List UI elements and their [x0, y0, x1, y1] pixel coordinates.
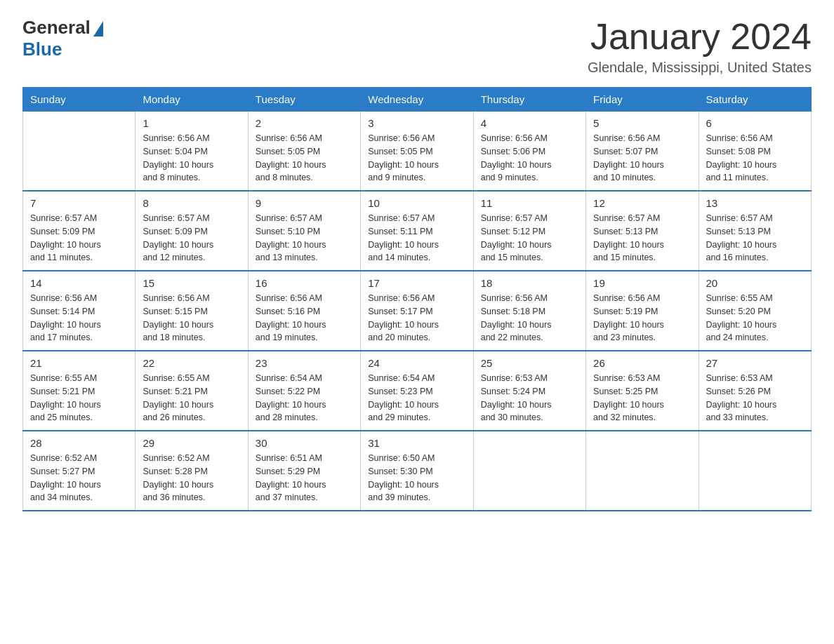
calendar-cell: 1Sunrise: 6:56 AM Sunset: 5:04 PM Daylig… — [135, 112, 248, 192]
logo: General Blue — [22, 17, 103, 60]
day-number: 21 — [30, 357, 128, 369]
calendar-cell: 10Sunrise: 6:57 AM Sunset: 5:11 PM Dayli… — [361, 191, 473, 271]
column-header-thursday: Thursday — [473, 88, 585, 112]
logo-blue-text: Blue — [22, 39, 62, 60]
calendar-cell: 29Sunrise: 6:52 AM Sunset: 5:28 PM Dayli… — [135, 431, 248, 511]
day-number: 10 — [368, 197, 465, 209]
calendar-cell: 21Sunrise: 6:55 AM Sunset: 5:21 PM Dayli… — [23, 351, 135, 431]
calendar-cell: 7Sunrise: 6:57 AM Sunset: 5:09 PM Daylig… — [23, 191, 135, 271]
day-number: 30 — [256, 437, 353, 449]
day-number: 22 — [143, 357, 240, 369]
column-header-sunday: Sunday — [23, 88, 135, 112]
calendar-cell: 15Sunrise: 6:56 AM Sunset: 5:15 PM Dayli… — [135, 271, 248, 351]
day-info: Sunrise: 6:57 AM Sunset: 5:09 PM Dayligh… — [143, 212, 240, 264]
day-info: Sunrise: 6:56 AM Sunset: 5:16 PM Dayligh… — [256, 292, 353, 344]
calendar-cell — [699, 431, 811, 511]
calendar-cell: 19Sunrise: 6:56 AM Sunset: 5:19 PM Dayli… — [586, 271, 699, 351]
day-number: 5 — [593, 117, 691, 129]
day-number: 7 — [30, 197, 128, 209]
calendar-cell: 25Sunrise: 6:53 AM Sunset: 5:24 PM Dayli… — [473, 351, 585, 431]
day-number: 17 — [368, 277, 465, 289]
calendar-week-row: 28Sunrise: 6:52 AM Sunset: 5:27 PM Dayli… — [23, 431, 812, 511]
calendar-cell — [23, 112, 135, 192]
day-number: 19 — [593, 277, 691, 289]
title-block: January 2024 Glendale, Mississippi, Unit… — [588, 17, 812, 76]
calendar-cell: 14Sunrise: 6:56 AM Sunset: 5:14 PM Dayli… — [23, 271, 135, 351]
logo-general-text: General — [22, 17, 91, 39]
day-number: 2 — [256, 117, 353, 129]
logo-triangle-icon — [93, 21, 103, 36]
day-number: 6 — [706, 117, 804, 129]
calendar-cell: 3Sunrise: 6:56 AM Sunset: 5:05 PM Daylig… — [361, 112, 473, 192]
day-number: 18 — [481, 277, 578, 289]
calendar-cell — [473, 431, 585, 511]
day-number: 8 — [143, 197, 240, 209]
day-info: Sunrise: 6:55 AM Sunset: 5:20 PM Dayligh… — [706, 292, 804, 344]
calendar-cell: 24Sunrise: 6:54 AM Sunset: 5:23 PM Dayli… — [361, 351, 473, 431]
day-info: Sunrise: 6:53 AM Sunset: 5:24 PM Dayligh… — [481, 372, 578, 424]
day-info: Sunrise: 6:56 AM Sunset: 5:18 PM Dayligh… — [481, 292, 578, 344]
calendar-cell: 26Sunrise: 6:53 AM Sunset: 5:25 PM Dayli… — [586, 351, 699, 431]
month-title: January 2024 — [588, 17, 812, 57]
day-number: 3 — [368, 117, 465, 129]
day-info: Sunrise: 6:56 AM Sunset: 5:19 PM Dayligh… — [593, 292, 691, 344]
calendar-cell: 16Sunrise: 6:56 AM Sunset: 5:16 PM Dayli… — [248, 271, 360, 351]
column-header-tuesday: Tuesday — [248, 88, 360, 112]
day-number: 1 — [143, 117, 240, 129]
day-info: Sunrise: 6:55 AM Sunset: 5:21 PM Dayligh… — [143, 372, 240, 424]
day-info: Sunrise: 6:56 AM Sunset: 5:04 PM Dayligh… — [143, 132, 240, 185]
day-info: Sunrise: 6:50 AM Sunset: 5:30 PM Dayligh… — [368, 452, 465, 504]
calendar-week-row: 7Sunrise: 6:57 AM Sunset: 5:09 PM Daylig… — [23, 191, 812, 271]
calendar-cell: 28Sunrise: 6:52 AM Sunset: 5:27 PM Dayli… — [23, 431, 135, 511]
day-number: 13 — [706, 197, 804, 209]
calendar-cell: 18Sunrise: 6:56 AM Sunset: 5:18 PM Dayli… — [473, 271, 585, 351]
calendar-week-row: 21Sunrise: 6:55 AM Sunset: 5:21 PM Dayli… — [23, 351, 812, 431]
calendar-cell: 2Sunrise: 6:56 AM Sunset: 5:05 PM Daylig… — [248, 112, 360, 192]
day-number: 25 — [481, 357, 578, 369]
day-info: Sunrise: 6:54 AM Sunset: 5:22 PM Dayligh… — [256, 372, 353, 424]
day-number: 31 — [368, 437, 465, 449]
column-header-monday: Monday — [135, 88, 248, 112]
day-number: 28 — [30, 437, 128, 449]
column-header-saturday: Saturday — [699, 88, 811, 112]
day-number: 16 — [256, 277, 353, 289]
calendar-cell: 11Sunrise: 6:57 AM Sunset: 5:12 PM Dayli… — [473, 191, 585, 271]
day-info: Sunrise: 6:57 AM Sunset: 5:09 PM Dayligh… — [30, 212, 128, 264]
day-number: 15 — [143, 277, 240, 289]
location-text: Glendale, Mississippi, United States — [588, 60, 812, 76]
day-info: Sunrise: 6:56 AM Sunset: 5:15 PM Dayligh… — [143, 292, 240, 344]
day-info: Sunrise: 6:52 AM Sunset: 5:27 PM Dayligh… — [30, 452, 128, 504]
calendar-cell: 27Sunrise: 6:53 AM Sunset: 5:26 PM Dayli… — [699, 351, 811, 431]
day-number: 4 — [481, 117, 578, 129]
day-info: Sunrise: 6:56 AM Sunset: 5:08 PM Dayligh… — [706, 132, 804, 185]
day-info: Sunrise: 6:57 AM Sunset: 5:10 PM Dayligh… — [256, 212, 353, 264]
day-info: Sunrise: 6:56 AM Sunset: 5:06 PM Dayligh… — [481, 132, 578, 185]
day-number: 9 — [256, 197, 353, 209]
day-number: 11 — [481, 197, 578, 209]
day-info: Sunrise: 6:55 AM Sunset: 5:21 PM Dayligh… — [30, 372, 128, 424]
calendar-cell: 13Sunrise: 6:57 AM Sunset: 5:13 PM Dayli… — [699, 191, 811, 271]
day-info: Sunrise: 6:53 AM Sunset: 5:25 PM Dayligh… — [593, 372, 691, 424]
day-info: Sunrise: 6:56 AM Sunset: 5:05 PM Dayligh… — [368, 132, 465, 185]
day-info: Sunrise: 6:54 AM Sunset: 5:23 PM Dayligh… — [368, 372, 465, 424]
column-header-friday: Friday — [586, 88, 699, 112]
day-info: Sunrise: 6:56 AM Sunset: 5:17 PM Dayligh… — [368, 292, 465, 344]
day-number: 23 — [256, 357, 353, 369]
day-number: 14 — [30, 277, 128, 289]
calendar-cell: 22Sunrise: 6:55 AM Sunset: 5:21 PM Dayli… — [135, 351, 248, 431]
day-number: 29 — [143, 437, 240, 449]
day-info: Sunrise: 6:56 AM Sunset: 5:14 PM Dayligh… — [30, 292, 128, 344]
page-header: General Blue January 2024 Glendale, Miss… — [22, 17, 812, 76]
calendar-cell: 6Sunrise: 6:56 AM Sunset: 5:08 PM Daylig… — [699, 112, 811, 192]
calendar-cell: 8Sunrise: 6:57 AM Sunset: 5:09 PM Daylig… — [135, 191, 248, 271]
day-info: Sunrise: 6:51 AM Sunset: 5:29 PM Dayligh… — [256, 452, 353, 504]
day-info: Sunrise: 6:57 AM Sunset: 5:12 PM Dayligh… — [481, 212, 578, 264]
calendar-cell: 23Sunrise: 6:54 AM Sunset: 5:22 PM Dayli… — [248, 351, 360, 431]
calendar-cell: 12Sunrise: 6:57 AM Sunset: 5:13 PM Dayli… — [586, 191, 699, 271]
day-info: Sunrise: 6:57 AM Sunset: 5:13 PM Dayligh… — [593, 212, 691, 264]
day-info: Sunrise: 6:57 AM Sunset: 5:13 PM Dayligh… — [706, 212, 804, 264]
calendar-cell: 9Sunrise: 6:57 AM Sunset: 5:10 PM Daylig… — [248, 191, 360, 271]
calendar-cell: 4Sunrise: 6:56 AM Sunset: 5:06 PM Daylig… — [473, 112, 585, 192]
day-info: Sunrise: 6:56 AM Sunset: 5:07 PM Dayligh… — [593, 132, 691, 185]
day-number: 26 — [593, 357, 691, 369]
